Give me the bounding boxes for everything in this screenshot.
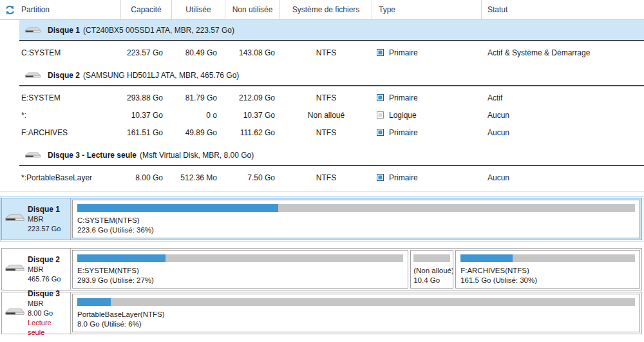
disk-group-rows: E:SYSTEM293.88 Go81.79 Go212.09 GoNTFSPr… [19,86,644,141]
disk-name: Disque 2 [28,255,61,265]
disk-map-partition[interactable]: C:SYSTEM(NTFS)223.6 Go (Utilisé: 36%) [72,200,640,238]
partition-map-detail: 8.0 Go (Utilisé: 6%) [77,320,635,328]
disk-group-header[interactable]: Disque 2(SAMSUNG HD501LJ ATA, MBR, 465.7… [19,65,644,86]
disk-map-row-2[interactable]: Disque 2MBR465.76 GoE:SYSTEM(NTFS)293.9 … [1,248,642,290]
cell-status: Aucun [482,124,644,141]
partition-type-label: Primaire [389,173,418,182]
partition-map-detail: 223.6 Go (Utilisé: 36%) [77,226,635,234]
disk-map-label: Disque 2MBR465.76 Go [2,249,71,290]
cell-partition: *:PortableBaseLayer [19,169,121,186]
cell-capacity: 10.37 Go [121,106,172,124]
partition-type-icon [377,174,384,181]
partition-row[interactable]: E:SYSTEM293.88 Go81.79 Go212.09 GoNTFSPr… [19,89,644,106]
partition-map-detail: 161.5 Go (Utilisé: 30%) [460,276,635,284]
disk-map-partition[interactable]: E:SYSTEM(NTFS)293.9 Go (Utilisé: 27%) [72,250,408,289]
disk-map-row-1[interactable]: Disque 1MBR223.57 GoC:SYSTEM(NTFS)223.6 … [1,198,642,240]
disk-group-name: Disque 1 [48,26,80,35]
partition-type-label: Primaire [389,128,418,137]
partition-row[interactable]: C:SYSTEM223.57 Go80.49 Go143.08 GoNTFSPr… [19,44,644,61]
cell-filesystem: NTFS [280,124,372,141]
refresh-icon[interactable] [5,5,15,15]
disk-map-label: Disque 3MBR8.00 GoLecture seule [2,292,71,334]
column-header-unused[interactable]: Non utilisée [225,0,280,19]
disk-icon [5,263,25,276]
disk-map-partition[interactable]: PortableBaseLayer(NTFS)8.0 Go (Utilisé: … [72,294,640,332]
usage-bar-fill [77,204,278,212]
cell-filesystem: NTFS [280,89,372,106]
partition-type-label: Primaire [389,48,418,57]
cell-used: 0 o [172,106,225,124]
cell-type: Primaire [372,124,482,141]
partition-table-header: PartitionCapacitéUtiliséeNon utiliséeSys… [0,0,644,20]
cell-type: Primaire [372,44,482,61]
disk-map-row-3[interactable]: Disque 3MBR8.00 GoLecture seulePortableB… [1,292,642,334]
cell-type: Logique [372,106,482,124]
column-header-capacity[interactable]: Capacité [121,0,172,19]
disk-group-header[interactable]: Disque 3 - Lecture seule(Msft Virtual Di… [19,145,644,166]
disk-manager-window: PartitionCapacitéUtiliséeNon utiliséeSys… [0,0,644,342]
disk-icon [5,307,25,319]
cell-status: Actif & Système & Démarrage [482,44,644,61]
usage-bar-track [413,254,450,262]
disk-group-header[interactable]: Disque 1(CT240BX5 00SSD1 ATA, MBR, 223.5… [19,20,644,41]
cell-status: Aucun [482,169,644,186]
cell-filesystem: NTFS [280,44,372,61]
partition-row[interactable]: F:ARCHIVES161.51 Go49.89 Go111.62 GoNTFS… [19,124,644,141]
partition-row[interactable]: *:10.37 Go0 o10.37 GoNon allouéLogiqueAu… [19,106,644,124]
disk-map-label-text: Disque 2MBR465.76 Go [28,255,61,284]
disk-group-name: Disque 2 [48,71,80,80]
column-header-type[interactable]: Type [372,0,482,19]
column-header-fs[interactable]: Système de fichiers [280,0,372,19]
disk-icon [24,26,41,34]
disk-scheme: MBR [28,265,61,274]
disk-group-name: Disque 3 - Lecture seule [48,151,137,160]
cell-unused: 111.62 Go [225,124,280,141]
column-header-partition[interactable]: Partition [19,0,121,19]
cell-status: Aucun [482,106,644,124]
cell-partition: E:SYSTEM [19,89,121,106]
disk-group-info: (CT240BX5 00SSD1 ATA, MBR, 223.57 Go) [83,26,234,35]
disk-name: Disque 1 [28,205,61,214]
disk-map-label: Disque 1MBR223.57 Go [2,198,71,240]
partition-type-icon [377,129,384,136]
disk-map-partitions: E:SYSTEM(NTFS)293.9 Go (Utilisé: 27%)(No… [71,249,641,290]
cell-unused: 7.50 Go [225,169,280,186]
cell-filesystem: Non alloué [280,106,372,124]
usage-bar-track [77,254,403,262]
partition-type-icon [377,49,384,56]
column-header-used[interactable]: Utilisée [172,0,225,19]
cell-capacity: 293.88 Go [121,89,172,106]
cell-type: Primaire [372,89,482,106]
usage-bar-track [77,298,635,306]
usage-bar-track [460,254,635,262]
column-header-row: PartitionCapacitéUtiliséeNon utiliséeSys… [19,0,644,19]
disk-size: 223.57 Go [28,224,61,234]
cell-type: Primaire [372,169,482,186]
partition-row[interactable]: *:PortableBaseLayer8.00 Go512.36 Mo7.50 … [19,169,644,186]
usage-bar-track [77,204,635,212]
cell-status: Actif [482,89,644,106]
cell-used: 512.36 Mo [172,169,225,186]
partition-map-label: PortableBaseLayer(NTFS) [77,310,635,318]
cell-partition: C:SYSTEM [19,44,121,61]
partition-map-detail: 293.9 Go (Utilisé: 27%) [77,276,403,284]
cell-partition: F:ARCHIVES [19,124,121,141]
cell-capacity: 161.51 Go [121,124,172,141]
disk-scheme: MBR [28,299,70,309]
disk-icon [5,213,25,225]
disk-icon [24,71,41,79]
disk-size: 465.76 Go [28,274,61,284]
panel-divider [0,191,644,192]
cell-filesystem: NTFS [280,169,372,186]
disk-map-partition[interactable]: (Non alloué)10.4 Go [410,250,453,289]
disk-map-partition[interactable]: F:ARCHIVES(NTFS)161.5 Go (Utilisé: 30%) [455,250,640,289]
disk-icon [24,151,41,159]
disk-readonly-label: Lecture seule [28,318,70,337]
disk-group-rows: C:SYSTEM223.57 Go80.49 Go143.08 GoNTFSPr… [19,41,644,61]
cell-unused: 10.37 Go [225,106,280,124]
partition-type-icon [377,111,384,119]
column-header-status[interactable]: Statut [482,0,644,19]
disk-group-info: (Msft Virtual Disk, MBR, 8.00 Go) [140,151,254,160]
partition-map-label: F:ARCHIVES(NTFS) [460,267,635,274]
disk-map-label-text: Disque 1MBR223.57 Go [28,205,61,234]
